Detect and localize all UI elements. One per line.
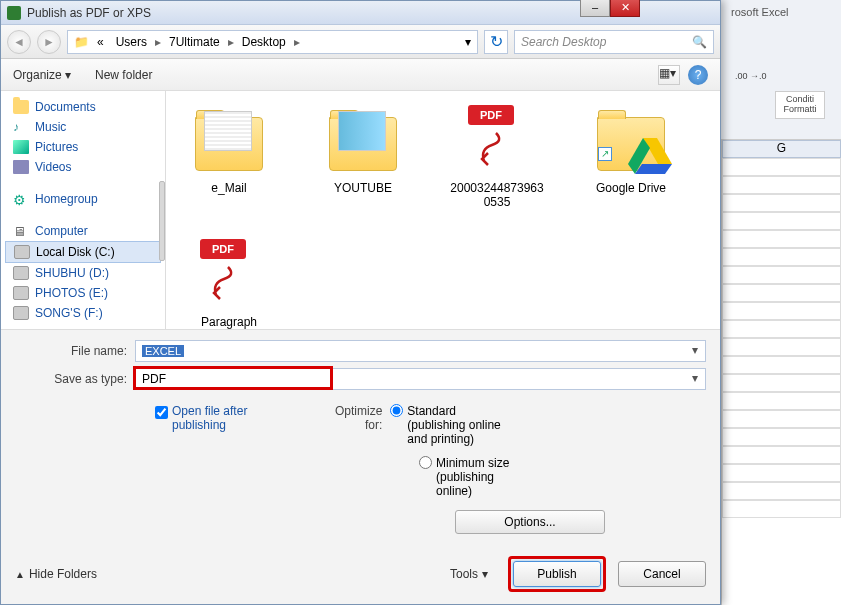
hide-folders-toggle[interactable]: ▲ Hide Folders <box>15 567 97 581</box>
excel-column-header[interactable]: G <box>722 140 841 158</box>
file-list[interactable]: e_Mail YOUTUBE PDF 20003244873963 0535 ↗ <box>166 91 720 329</box>
open-after-checkbox[interactable]: Open file after publishing <box>155 404 295 498</box>
tools-menu[interactable]: Tools▾ <box>450 567 488 581</box>
sidebar-documents[interactable]: Documents <box>5 97 161 117</box>
sidebar-music[interactable]: ♪Music <box>5 117 161 137</box>
excel-background: rosoft Excel .00 →.0 Conditi Formatti G <box>721 0 841 605</box>
search-icon: 🔍 <box>692 35 707 49</box>
sidebar-drive-f[interactable]: SONG'S (F:) <box>5 303 161 323</box>
optimize-standard-radio[interactable] <box>390 404 403 417</box>
chevron-down-icon[interactable]: ▾ <box>687 343 703 359</box>
sidebar-scrollbar[interactable] <box>159 181 165 261</box>
view-button[interactable]: ▦▾ <box>658 65 680 85</box>
sidebar-drive-c[interactable]: Local Disk (C:) <box>5 241 161 263</box>
search-box[interactable]: Search Desktop 🔍 <box>514 30 714 54</box>
help-button[interactable]: ? <box>688 65 708 85</box>
breadcrumb[interactable]: 📁 « Users▸ 7Ultimate▸ Desktop▸ ▾ <box>67 30 478 54</box>
sidebar-pictures[interactable]: Pictures <box>5 137 161 157</box>
file-paragraph-pdf[interactable]: PDF Paragraph <box>174 239 284 329</box>
new-folder-button[interactable]: New folder <box>95 68 152 82</box>
form-panel: File name: EXCEL ▾ Save as type: PDF ▾ O… <box>1 329 720 544</box>
saveas-label: Save as type: <box>15 372 135 386</box>
app-icon <box>7 6 21 20</box>
file-google-drive[interactable]: ↗ Google Drive <box>576 105 686 209</box>
back-button[interactable]: ◄ <box>7 30 31 54</box>
file-email-folder[interactable]: e_Mail <box>174 105 284 209</box>
cancel-button[interactable]: Cancel <box>618 561 706 587</box>
filename-input[interactable]: EXCEL ▾ <box>135 340 706 362</box>
folder-icon: 📁 <box>74 35 89 49</box>
optimize-minimum-radio[interactable] <box>419 456 432 469</box>
nav-toolbar: ◄ ► 📁 « Users▸ 7Ultimate▸ Desktop▸ ▾ ↻ S… <box>1 25 720 59</box>
saveas-type-select[interactable]: PDF ▾ <box>135 368 706 390</box>
file-youtube-folder[interactable]: YOUTUBE <box>308 105 418 209</box>
window-title: Publish as PDF or XPS <box>27 6 151 20</box>
sidebar-drive-d[interactable]: SHUBHU (D:) <box>5 263 161 283</box>
publish-button[interactable]: Publish <box>513 561 601 587</box>
organize-menu[interactable]: Organize ▾ <box>13 68 71 82</box>
minimize-button[interactable]: – <box>580 0 610 17</box>
chevron-down-icon[interactable]: ▾ <box>687 371 703 387</box>
dialog-footer: ▲ Hide Folders Tools▾ Publish Cancel <box>1 544 720 604</box>
file-pdf-numeric[interactable]: PDF 20003244873963 0535 <box>442 105 552 209</box>
optimize-label: Optimize for: <box>335 404 382 432</box>
options-button[interactable]: Options... <box>455 510 605 534</box>
filename-label: File name: <box>15 344 135 358</box>
sidebar-computer[interactable]: 🖥Computer <box>5 221 161 241</box>
publish-dialog: – ✕ Publish as PDF or XPS ◄ ► 📁 « Users▸… <box>0 0 721 605</box>
sidebar-videos[interactable]: Videos <box>5 157 161 177</box>
navigation-sidebar: Documents ♪Music Pictures Videos ⚙Homegr… <box>1 91 166 329</box>
close-button[interactable]: ✕ <box>610 0 640 17</box>
sidebar-homegroup[interactable]: ⚙Homegroup <box>5 189 161 209</box>
forward-button[interactable]: ► <box>37 30 61 54</box>
organize-toolbar: Organize ▾ New folder ▦▾ ? <box>1 59 720 91</box>
sidebar-drive-e[interactable]: PHOTOS (E:) <box>5 283 161 303</box>
refresh-button[interactable]: ↻ <box>484 30 508 54</box>
excel-app-title: rosoft Excel <box>725 4 837 20</box>
svg-marker-2 <box>635 164 672 174</box>
